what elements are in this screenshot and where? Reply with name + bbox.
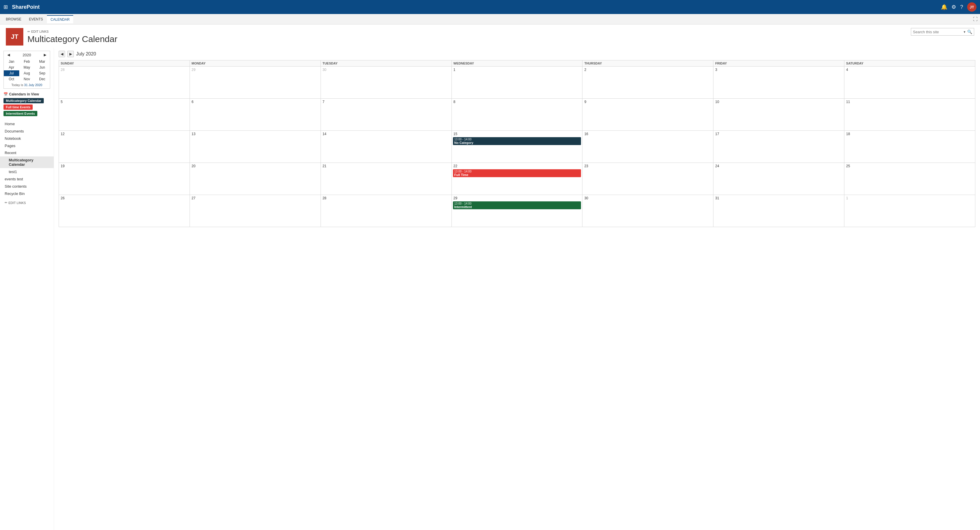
cal-day-num: 18 <box>845 131 974 137</box>
cal-day[interactable]: 24 <box>713 163 845 195</box>
cal-event[interactable]: 13:00 - 14:00Intermittent <box>453 201 581 209</box>
cal-day[interactable]: 17 <box>713 131 845 163</box>
help-icon[interactable]: ? <box>960 4 963 10</box>
mini-cal-month-may[interactable]: May <box>19 64 35 70</box>
cal-day[interactable]: 7 <box>321 99 452 131</box>
search-input[interactable] <box>913 30 962 34</box>
recent-label: Recent <box>0 149 54 156</box>
cal-day[interactable]: 13 <box>189 131 321 163</box>
cal-day[interactable]: 14 <box>321 131 452 163</box>
page-logo: JT <box>6 28 23 46</box>
mini-cal-month-oct[interactable]: Oct <box>4 76 19 82</box>
cal-day[interactable]: 31 <box>713 195 845 227</box>
bell-icon[interactable]: 🔔 <box>941 4 947 10</box>
nav-recycle-bin[interactable]: Recycle Bin <box>0 190 54 197</box>
cal-badge-intermittent-events[interactable]: Intermittent Events <box>3 111 37 116</box>
cal-day-num: 15 <box>452 131 582 137</box>
cal-day-num: 14 <box>321 131 451 137</box>
mini-cal-prev[interactable]: ◀ <box>6 52 11 57</box>
nav-site-contents[interactable]: Site contents <box>0 183 54 190</box>
cal-day[interactable]: 25 <box>845 163 975 195</box>
gear-icon[interactable]: ⚙ <box>951 4 956 10</box>
mini-cal-month-apr[interactable]: Apr <box>4 64 19 70</box>
nav-documents[interactable]: Documents <box>0 128 54 135</box>
cal-day[interactable]: 6 <box>189 99 321 131</box>
cal-day[interactable]: 1 <box>845 195 975 227</box>
mini-cal-month-jul[interactable]: Jul <box>4 70 19 76</box>
cal-day[interactable]: 1513:00 - 14:00No Category <box>452 131 582 163</box>
tab-browse[interactable]: BROWSE <box>2 16 25 23</box>
cal-event[interactable]: 13:00 - 14:00No Category <box>453 137 581 145</box>
cal-day[interactable]: 11 <box>845 99 975 131</box>
edit-links-bottom[interactable]: ✏ EDIT LINKS <box>0 198 54 207</box>
cal-day[interactable]: 30 <box>582 195 713 227</box>
mini-cal-month-mar[interactable]: Mar <box>34 59 50 64</box>
nav-recent-multicategory[interactable]: Multicategory Calendar <box>0 156 54 168</box>
cal-day-num: 19 <box>59 163 189 169</box>
cal-day[interactable]: 2213:00 - 14:00Full Time <box>452 163 582 195</box>
cal-day[interactable]: 12 <box>59 131 190 163</box>
cal-day[interactable]: 16 <box>582 131 713 163</box>
cal-day[interactable]: 27 <box>189 195 321 227</box>
cal-prev-btn[interactable]: ◀ <box>59 51 65 57</box>
edit-links-top[interactable]: ✏ EDIT LINKS <box>27 30 117 34</box>
mini-cal-month-aug[interactable]: Aug <box>19 70 35 76</box>
cal-day[interactable]: 30 <box>321 67 452 99</box>
cal-event-time: 13:00 - 14:00 <box>454 170 580 173</box>
search-dropdown-icon[interactable]: ▼ <box>963 30 966 34</box>
cal-day-num: 30 <box>583 196 713 201</box>
app-title: SharePoint <box>12 4 40 10</box>
cal-badge-full-time-events[interactable]: Full time Events <box>3 104 33 110</box>
search-box[interactable]: ▼ 🔍 <box>911 28 974 36</box>
cal-day[interactable]: 28 <box>59 67 190 99</box>
page-title-area: ✏ EDIT LINKS Multicategory Calendar <box>27 30 117 44</box>
cal-header-sunday: SUNDAY <box>59 61 190 67</box>
search-button[interactable]: 🔍 <box>967 29 972 34</box>
mini-cal-month-dec[interactable]: Dec <box>34 76 50 82</box>
cal-day[interactable]: 5 <box>59 99 190 131</box>
cal-day[interactable]: 18 <box>845 131 975 163</box>
cal-day[interactable]: 29 <box>189 67 321 99</box>
cal-day[interactable]: 19 <box>59 163 190 195</box>
cal-event-time: 13:00 - 14:00 <box>454 138 580 141</box>
cal-day[interactable]: 8 <box>452 99 582 131</box>
cal-day[interactable]: 3 <box>713 67 845 99</box>
cal-event[interactable]: 13:00 - 14:00Full Time <box>453 169 581 177</box>
cal-day[interactable]: 10 <box>713 99 845 131</box>
mini-cal-month-feb[interactable]: Feb <box>19 59 35 64</box>
nav-events-test[interactable]: events test <box>0 176 54 183</box>
waffle-icon[interactable]: ⊞ <box>3 4 8 10</box>
mini-cal-month-jan[interactable]: Jan <box>4 59 19 64</box>
cal-badge-multicategory-calendar[interactable]: Multicategory Calendar <box>3 98 44 103</box>
cal-day[interactable]: 2913:00 - 14:00Intermittent <box>452 195 582 227</box>
cal-event-time: 13:00 - 14:00 <box>454 202 580 205</box>
tab-calendar[interactable]: CALENDAR <box>47 15 73 23</box>
today-link[interactable]: 31 July 2020 <box>24 83 42 87</box>
nav-notebook[interactable]: Notebook <box>0 135 54 142</box>
nav-home[interactable]: Home <box>0 120 54 128</box>
calendar-icon: 📅 <box>3 92 8 96</box>
cal-day[interactable]: 26 <box>59 195 190 227</box>
mini-cal-today: Today is 31 July 2020 <box>4 82 50 88</box>
mini-cal-month-sep[interactable]: Sep <box>34 70 50 76</box>
cal-day[interactable]: 28 <box>321 195 452 227</box>
cal-day-num: 21 <box>321 163 451 169</box>
cal-day[interactable]: 4 <box>845 67 975 99</box>
cal-day[interactable]: 23 <box>582 163 713 195</box>
tab-events[interactable]: EVENTS <box>25 16 46 23</box>
avatar[interactable]: JT <box>967 2 977 12</box>
cal-day[interactable]: 9 <box>582 99 713 131</box>
cal-day[interactable]: 2 <box>582 67 713 99</box>
cal-next-btn[interactable]: ▶ <box>67 51 74 57</box>
mini-cal-header: ◀ 2020 ▶ <box>4 51 50 59</box>
nav-recent-test1[interactable]: test1 <box>0 168 54 176</box>
mini-cal-month-jun[interactable]: Jun <box>34 64 50 70</box>
cal-week-4: 2627282913:00 - 14:00Intermittent30311 <box>59 195 975 227</box>
mini-cal-next[interactable]: ▶ <box>43 52 48 57</box>
mini-cal-month-nov[interactable]: Nov <box>19 76 35 82</box>
nav-pages[interactable]: Pages <box>0 142 54 149</box>
cal-day[interactable]: 1 <box>452 67 582 99</box>
ribbon-expand-icon[interactable]: ⛶ <box>973 17 978 22</box>
cal-day[interactable]: 21 <box>321 163 452 195</box>
cal-day[interactable]: 20 <box>189 163 321 195</box>
